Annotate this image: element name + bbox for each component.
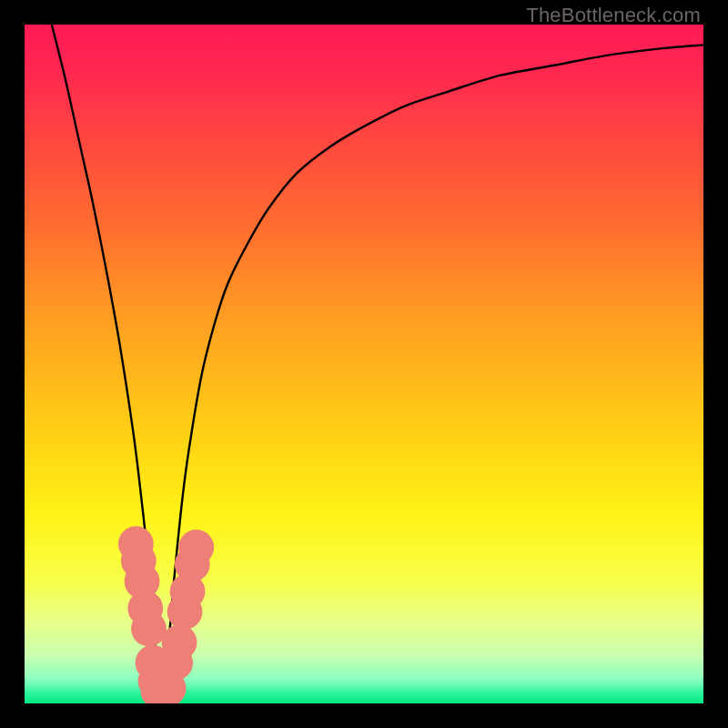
data-markers bbox=[118, 526, 214, 703]
curve-layer bbox=[25, 25, 703, 703]
data-marker bbox=[178, 530, 214, 565]
chart-frame: TheBottleneck.com bbox=[0, 0, 728, 728]
plot-area bbox=[25, 25, 703, 703]
data-marker bbox=[162, 624, 197, 660]
watermark-text: TheBottleneck.com bbox=[526, 4, 701, 27]
data-marker bbox=[131, 612, 167, 647]
